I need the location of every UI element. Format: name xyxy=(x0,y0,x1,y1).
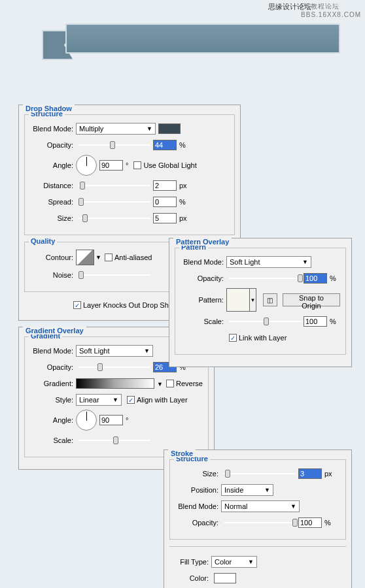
scale-unit: % xyxy=(330,318,336,325)
panel-title: Pattern Overlay xyxy=(173,238,232,246)
pattern-label: Pattern: xyxy=(181,296,226,304)
chevron-down-icon: ▼ xyxy=(144,348,150,354)
angle-input[interactable] xyxy=(99,415,123,425)
opacity-label: Opacity: xyxy=(30,141,76,149)
quality-legend: Quality xyxy=(29,237,57,245)
scale-slider[interactable] xyxy=(229,316,301,327)
snap-to-origin-button[interactable]: Snap to Origin xyxy=(283,293,340,306)
blend-mode-select[interactable]: Multiply▼ xyxy=(76,123,156,135)
gradient-picker[interactable]: ▼ xyxy=(76,378,154,389)
style-label: Style: xyxy=(30,396,76,404)
antialias-checkbox[interactable]: Anti-aliased xyxy=(105,253,152,261)
chevron-down-icon: ▼ xyxy=(113,397,118,403)
size-unit: px xyxy=(179,214,187,222)
spread-label: Spread: xyxy=(30,198,76,206)
angle-label: Angle: xyxy=(30,161,76,169)
chevron-down-icon: ▼ xyxy=(96,254,101,261)
scale-input[interactable] xyxy=(304,316,327,327)
color-label: Color: xyxy=(175,574,211,582)
opacity-input[interactable] xyxy=(304,273,327,284)
spread-input[interactable] xyxy=(153,197,177,207)
distance-label: Distance: xyxy=(30,182,76,189)
gradient-label: Gradient: xyxy=(30,380,76,387)
distance-unit: px xyxy=(179,182,187,189)
opacity-label: Opacity: xyxy=(30,363,76,371)
blend-mode-select[interactable]: Soft Light▼ xyxy=(226,256,311,268)
chevron-down-icon: ▼ xyxy=(248,559,254,565)
angle-unit: ° xyxy=(126,416,128,424)
position-label: Position: xyxy=(175,486,221,494)
opacity-slider[interactable] xyxy=(224,517,296,528)
size-label: Size: xyxy=(175,470,221,478)
distance-slider[interactable] xyxy=(78,180,150,191)
filltype-label: Fill Type: xyxy=(175,558,211,566)
color-swatch[interactable] xyxy=(214,573,236,583)
use-global-light-checkbox[interactable]: Use Global Light xyxy=(133,161,196,169)
blend-mode-label: Blend Mode: xyxy=(181,258,226,266)
blend-mode-label: Blend Mode: xyxy=(30,125,76,133)
scale-label: Scale: xyxy=(181,318,226,325)
opacity-slider[interactable] xyxy=(78,362,150,372)
spread-unit: % xyxy=(179,198,186,206)
opacity-label: Opacity: xyxy=(181,274,226,282)
filltype-select[interactable]: Color▼ xyxy=(211,556,257,568)
angle-dial[interactable] xyxy=(76,410,97,431)
position-select[interactable]: Inside▼ xyxy=(221,484,273,496)
pattern-preview[interactable] xyxy=(226,288,250,312)
contour-label: Contour: xyxy=(30,253,76,261)
align-with-layer-checkbox[interactable]: ✓Align with Layer xyxy=(127,396,188,404)
noise-slider[interactable] xyxy=(78,270,150,280)
size-unit: px xyxy=(324,470,332,478)
panel-title: Stroke xyxy=(168,449,196,457)
chevron-down-icon: ▼ xyxy=(157,381,163,387)
opacity-slider[interactable] xyxy=(78,140,150,150)
size-slider[interactable] xyxy=(78,213,150,223)
scale-slider[interactable] xyxy=(78,435,150,446)
chevron-down-icon: ▼ xyxy=(264,487,270,493)
size-label: Size: xyxy=(30,214,76,222)
scale-label: Scale: xyxy=(30,436,76,444)
blend-mode-label: Blend Mode: xyxy=(175,502,221,510)
opacity-slider[interactable] xyxy=(229,273,301,284)
chevron-down-icon: ▼ xyxy=(290,503,296,510)
pattern-picker-caret[interactable]: ▼ xyxy=(250,288,256,312)
reverse-checkbox[interactable]: Reverse xyxy=(166,380,203,387)
blend-mode-select[interactable]: Normal▼ xyxy=(221,500,300,512)
style-select[interactable]: Linear▼ xyxy=(76,394,122,406)
noise-label: Noise: xyxy=(30,271,76,279)
new-doc-icon[interactable]: ◫ xyxy=(263,293,277,306)
ribbon-banner xyxy=(65,24,340,60)
chevron-down-icon: ▼ xyxy=(147,125,152,132)
opacity-input[interactable] xyxy=(153,140,177,150)
stroke-panel: Stroke Structure Size: px Position: Insi… xyxy=(164,449,352,588)
angle-input[interactable] xyxy=(99,160,123,171)
panel-title: Drop Shadow xyxy=(23,105,75,112)
opacity-input[interactable] xyxy=(298,517,322,528)
opacity-label: Opacity: xyxy=(175,519,221,527)
color-swatch[interactable] xyxy=(158,123,181,134)
angle-label: Angle: xyxy=(30,416,76,424)
chevron-down-icon: ▼ xyxy=(302,259,308,265)
opacity-unit: % xyxy=(324,519,331,527)
angle-dial[interactable] xyxy=(76,155,97,176)
spread-slider[interactable] xyxy=(78,197,150,207)
size-input[interactable] xyxy=(298,468,322,479)
size-slider[interactable] xyxy=(224,468,296,479)
link-with-layer-checkbox[interactable]: ✓Link with Layer xyxy=(229,334,287,342)
opacity-unit: % xyxy=(330,274,336,282)
size-input[interactable] xyxy=(153,213,177,223)
distance-input[interactable] xyxy=(153,180,177,191)
pattern-overlay-panel: Pattern Overlay Pattern Blend Mode: Soft… xyxy=(169,238,352,367)
panel-title: Gradient Overlay xyxy=(23,327,86,335)
watermark-url: PS教程论坛BBS.16XX8.COM xyxy=(301,2,361,18)
angle-unit: ° xyxy=(126,161,128,169)
blend-mode-select[interactable]: Soft Light▼ xyxy=(76,345,153,357)
blend-mode-label: Blend Mode: xyxy=(30,347,76,355)
contour-picker[interactable]: ▼ xyxy=(76,250,94,265)
opacity-unit: % xyxy=(179,141,186,149)
